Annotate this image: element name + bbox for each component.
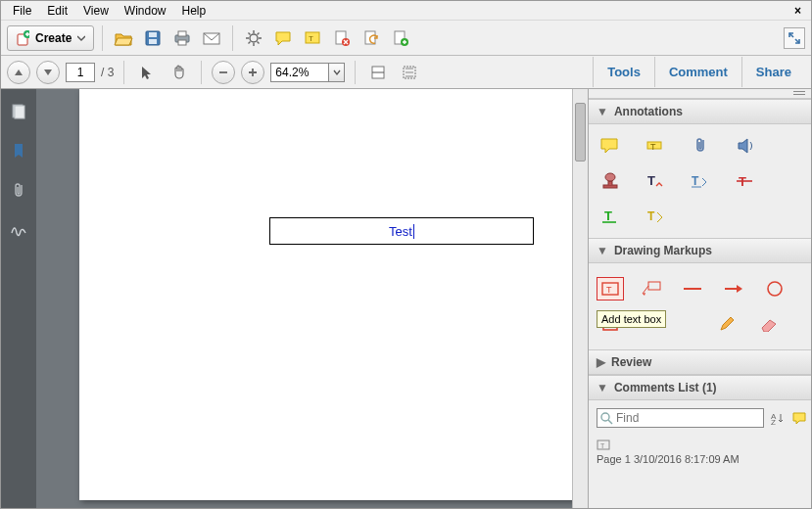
rotate-page-icon[interactable] xyxy=(358,25,384,51)
svg-text:T: T xyxy=(309,34,313,43)
open-icon[interactable] xyxy=(111,25,136,51)
zoom-input[interactable] xyxy=(270,63,329,82)
signature-icon[interactable] xyxy=(8,218,29,240)
chevron-down-icon xyxy=(77,34,85,42)
svg-rect-4 xyxy=(149,39,157,44)
eraser-tool[interactable] xyxy=(755,312,783,336)
fit-width-icon[interactable] xyxy=(365,60,391,85)
tab-share[interactable]: Share xyxy=(741,57,805,87)
drawing-markups-title: Drawing Markups xyxy=(614,244,712,257)
page-number-input[interactable] xyxy=(66,63,95,82)
select-tool-icon[interactable] xyxy=(134,60,160,85)
textbox-tool[interactable]: T xyxy=(597,277,624,301)
callout-tool[interactable] xyxy=(638,277,665,301)
svg-text:T: T xyxy=(647,173,655,188)
record-audio-tool[interactable] xyxy=(732,134,759,158)
tab-comment[interactable]: Comment xyxy=(654,57,741,87)
textbox-content[interactable]: Test xyxy=(389,224,414,239)
replace-text-tool[interactable]: T xyxy=(687,169,714,193)
hand-tool-icon[interactable] xyxy=(166,60,191,85)
svg-point-9 xyxy=(250,34,258,42)
collapse-arrow-icon: ▼ xyxy=(597,105,608,118)
menu-file[interactable]: File xyxy=(5,2,39,20)
zoom-out-button[interactable] xyxy=(212,61,235,84)
svg-point-26 xyxy=(605,173,615,181)
annotations-header[interactable]: ▼ Annotations xyxy=(589,99,811,124)
menu-view[interactable]: View xyxy=(75,2,117,20)
page-down-button[interactable] xyxy=(36,61,60,84)
strikethrough-tool[interactable]: T xyxy=(732,169,759,193)
sticky-note-tool[interactable] xyxy=(597,134,624,158)
svg-text:T: T xyxy=(600,442,605,449)
svg-text:T: T xyxy=(606,285,612,295)
review-title: Review xyxy=(611,355,651,369)
email-icon[interactable] xyxy=(199,25,224,51)
tab-tools[interactable]: Tools xyxy=(593,57,654,87)
insert-text-tool[interactable]: T xyxy=(642,169,669,193)
drawing-markups-header[interactable]: ▼ Drawing Markups xyxy=(589,238,811,263)
document-canvas[interactable]: Test xyxy=(36,89,588,508)
zoom-dropdown-button[interactable] xyxy=(329,63,345,82)
find-input[interactable] xyxy=(613,411,763,425)
line-tool[interactable] xyxy=(679,277,706,301)
comment-entry[interactable]: T Page 1 3/10/2016 8:17:09 AM xyxy=(589,436,811,469)
text-correction-tool[interactable]: T xyxy=(642,205,669,228)
fit-page-icon[interactable] xyxy=(397,60,422,85)
pencil-tool[interactable] xyxy=(714,312,741,336)
print-icon[interactable] xyxy=(169,25,195,51)
svg-text:T: T xyxy=(650,142,656,152)
comment-type-icon: T xyxy=(597,440,803,451)
menu-window[interactable]: Window xyxy=(117,2,174,20)
thumbnails-icon[interactable] xyxy=(8,101,29,122)
annotations-title: Annotations xyxy=(614,105,683,118)
page-up-button[interactable] xyxy=(7,61,30,84)
svg-rect-20 xyxy=(15,106,24,118)
underline-tool[interactable]: T xyxy=(597,205,624,228)
close-icon[interactable]: × xyxy=(788,4,807,18)
zoom-in-button[interactable] xyxy=(241,61,264,84)
expand-arrow-icon: ▶ xyxy=(597,355,605,369)
create-button[interactable]: Create xyxy=(7,25,94,51)
svg-rect-34 xyxy=(648,282,660,290)
add-page-icon[interactable] xyxy=(388,25,413,51)
delete-page-icon[interactable] xyxy=(329,25,355,51)
save-icon[interactable] xyxy=(140,25,166,51)
page-1: Test xyxy=(79,89,588,500)
find-input-wrapper[interactable] xyxy=(597,408,764,428)
nav-toolbar: / 3 Tools Comment Share xyxy=(1,56,811,89)
panel-options-icon[interactable] xyxy=(589,89,811,99)
attachment-icon[interactable] xyxy=(8,179,29,201)
oval-tool[interactable] xyxy=(761,277,788,301)
svg-text:T: T xyxy=(692,174,699,188)
menubar: File Edit View Window Help × xyxy=(1,1,811,21)
workarea: Test ▼ Annotations T T T T T T ▼ xyxy=(1,89,811,508)
attach-file-tool[interactable] xyxy=(687,134,714,158)
annotations-body: T T T T T T xyxy=(589,124,811,238)
arrow-tool[interactable] xyxy=(720,277,747,301)
comment-bubble-icon[interactable] xyxy=(270,25,296,51)
comments-find-row: AZ xyxy=(589,400,811,436)
svg-point-37 xyxy=(601,413,609,421)
scroll-thumb[interactable] xyxy=(575,103,586,162)
sort-icon[interactable]: AZ xyxy=(770,406,786,430)
menu-edit[interactable]: Edit xyxy=(39,2,75,20)
svg-text:T: T xyxy=(647,209,655,223)
gear-icon[interactable] xyxy=(241,25,266,51)
text-box-annotation[interactable]: Test xyxy=(269,217,534,245)
review-header[interactable]: ▶ Review xyxy=(589,349,811,375)
filter-icon[interactable] xyxy=(791,406,807,430)
comments-list-header[interactable]: ▼ Comments List (1) xyxy=(589,375,811,400)
highlight-tool[interactable]: T xyxy=(642,134,669,158)
collapse-arrow-icon: ▼ xyxy=(597,244,608,257)
vertical-scrollbar[interactable] xyxy=(572,89,588,508)
tooltip: Add text box xyxy=(597,310,666,328)
svg-rect-3 xyxy=(149,32,157,37)
svg-rect-7 xyxy=(178,40,186,45)
expand-icon[interactable] xyxy=(784,27,805,49)
svg-point-35 xyxy=(768,282,782,296)
menu-help[interactable]: Help xyxy=(174,2,215,20)
page-total-label: / 3 xyxy=(101,66,114,79)
highlight-note-icon[interactable]: T xyxy=(300,25,325,51)
bookmark-icon[interactable] xyxy=(8,140,29,162)
stamp-tool[interactable] xyxy=(597,169,624,193)
